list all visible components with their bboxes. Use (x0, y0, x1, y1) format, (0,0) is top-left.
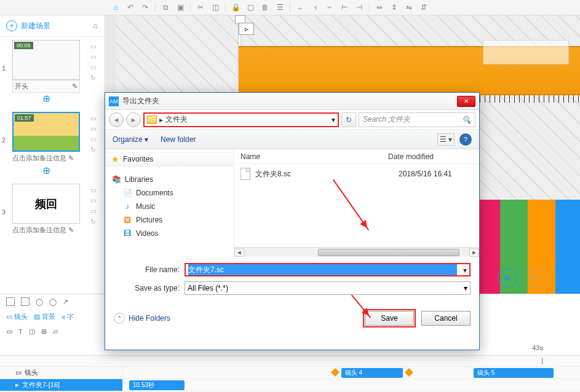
dropdown-icon[interactable]: ▾ (332, 116, 335, 124)
undo-icon[interactable]: ↶ (124, 1, 137, 14)
next-frame-button[interactable]: ▸│ (530, 268, 549, 288)
scene-item[interactable]: 2 01:57 ▭▭▭↻ 点击添加备注信息✎ ⊕ (3, 112, 101, 176)
new-scene-button[interactable]: + 新建场景 ♫ (0, 15, 104, 37)
dropdown-icon[interactable]: ▾ (463, 266, 467, 275)
horizontal-scrollbar[interactable]: ◄ ► (234, 247, 479, 257)
flip-v-icon[interactable]: ⇵ (417, 1, 431, 14)
annotation-arrow (333, 179, 369, 230)
distribute-h-icon[interactable]: ⇔ (373, 1, 386, 14)
tool-circle-icon[interactable]: ◯ (49, 298, 57, 306)
address-bar[interactable]: ▸ 文件夹 ▾ (143, 112, 339, 127)
scene-panel: + 新建场景 ♫ 1 00:09 ▭▭▭↻ 开头✎ ⊕ 2 01:57 ▭▭▭↻… (0, 15, 105, 294)
scene-label[interactable]: 开头✎ (12, 80, 80, 93)
paste-icon[interactable]: ▣ (173, 1, 187, 14)
view-mode-button[interactable]: ☰ ▾ (437, 133, 455, 146)
tool-icon[interactable]: T (18, 328, 23, 335)
scene-item[interactable]: 3 频回 ▭▭▭↻ 点击添加备注信息✎ (3, 184, 101, 237)
camera-tool[interactable]: ▭ 镜头 (6, 312, 28, 321)
scene-thumbnail[interactable]: 01:57 (12, 112, 80, 152)
filename-field[interactable] (188, 264, 457, 275)
savetype-select[interactable]: All Files (*.*) ▾ (185, 281, 471, 295)
scene-thumbnail[interactable]: 频回 (12, 184, 80, 224)
add-scene-icon[interactable]: ⊕ (12, 165, 80, 176)
align-top-icon[interactable]: ⫠ (293, 1, 307, 14)
timeline-clip[interactable]: 镜头 4 (341, 368, 403, 378)
sidebar-music[interactable]: ♪Music (105, 200, 234, 213)
dropdown-icon[interactable]: ▾ (464, 284, 467, 292)
tool-icon[interactable]: ▱ (53, 327, 58, 335)
track-label[interactable]: ▭ 镜头 (0, 367, 123, 378)
app-icon: AM (109, 96, 119, 106)
redo-icon[interactable]: ↷ (138, 1, 152, 14)
filename-input[interactable]: ▾ (185, 263, 471, 276)
hide-folders-toggle[interactable]: ˄ Hide Folders (114, 313, 170, 324)
scene-label[interactable]: 点击添加备注信息✎ (12, 152, 80, 165)
cut-icon[interactable]: ✂ (194, 1, 207, 14)
flip-h-icon[interactable]: ⇋ (402, 1, 416, 14)
distribute-v-icon[interactable]: ⇕ (387, 1, 401, 14)
scene-label[interactable]: 点击添加备注信息✎ (12, 224, 80, 237)
background-tool[interactable]: ▨ 背景 (34, 312, 55, 321)
sidebar-documents[interactable]: 📄Documents (105, 186, 234, 200)
tool-icon[interactable]: ◫ (29, 327, 35, 335)
timeline-clip[interactable]: 镜头 5 (474, 368, 554, 378)
align-bottom-icon[interactable]: ⫟ (323, 1, 336, 14)
tool-icon[interactable]: ⊞ (41, 327, 47, 335)
home-icon[interactable]: ⌂ (109, 1, 122, 14)
dialog-titlebar[interactable]: AM 导出文件夹 ✕ (105, 93, 479, 110)
forward-button[interactable]: ► (126, 112, 141, 127)
tool-circle-icon[interactable]: ◯ (36, 298, 43, 306)
refresh-button[interactable]: ↻ (341, 112, 356, 127)
dialog-footer: File name: ▾ Save as type: All Files (*.… (105, 257, 479, 306)
timeline-clip[interactable]: 10.53秒 (129, 380, 185, 390)
file-row[interactable]: 文件夹8.sc 2018/5/16 16:41 (234, 164, 479, 184)
scene-duration: 00:09 (14, 42, 33, 49)
column-name[interactable]: Name (234, 152, 388, 161)
column-date[interactable]: Date modified (388, 152, 479, 161)
text-tool[interactable]: ≡ 字 (62, 312, 74, 321)
lock-icon[interactable]: 🔒 (229, 1, 242, 14)
keyframe-icon[interactable] (331, 368, 340, 377)
new-folder-button[interactable]: New folder (161, 135, 196, 144)
scene-number: 2 (2, 136, 6, 144)
organize-menu[interactable]: Organize ▾ (113, 135, 148, 144)
new-scene-label: 新建场景 (21, 21, 50, 31)
tool-icon[interactable]: ▭ (6, 327, 12, 335)
save-button[interactable]: Save (365, 311, 414, 326)
tool-arrow-icon[interactable]: ↗ (63, 298, 68, 306)
scroll-left-icon[interactable]: ◄ (234, 248, 244, 257)
play-button[interactable]: ▶ (498, 268, 517, 288)
cancel-button[interactable]: Cancel (421, 311, 471, 326)
delete-icon[interactable]: 🗑 (258, 1, 272, 14)
search-icon: 🔍 (462, 116, 471, 124)
layers-icon[interactable]: ☰ (273, 1, 287, 14)
sidebar-libraries[interactable]: 📚Libraries (105, 173, 234, 186)
sidebar-videos[interactable]: 🎞Videos (105, 227, 234, 240)
add-scene-icon[interactable]: ⊕ (12, 93, 80, 104)
scroll-right-icon[interactable]: ► (469, 248, 479, 257)
filename-label: File name: (114, 265, 185, 274)
close-button[interactable]: ✕ (457, 96, 475, 107)
crop-icon[interactable]: ◫ (209, 1, 222, 14)
tool-square-icon[interactable] (21, 297, 30, 306)
back-button[interactable]: ◄ (109, 112, 124, 127)
scene-thumbnail[interactable]: 00:09 (12, 40, 80, 80)
play-controls: ▶ ▸│ (498, 268, 549, 288)
sidebar-pictures[interactable]: 🖼Pictures (105, 213, 234, 227)
dialog-actions: ˄ Hide Folders Save Cancel (105, 306, 479, 328)
align-middle-icon[interactable]: ⫞ (308, 1, 322, 14)
scene-item[interactable]: 1 00:09 ▭▭▭↻ 开头✎ ⊕ (3, 40, 101, 104)
music-note-icon[interactable]: ♫ (92, 22, 98, 30)
tool-square-icon[interactable] (6, 297, 15, 306)
align-center-icon[interactable]: ⊣ (352, 1, 366, 14)
track-label-active[interactable]: ▸ 文件夹7-[16] (0, 379, 123, 391)
help-button[interactable]: ? (459, 133, 472, 146)
column-headers[interactable]: Name Date modified (234, 149, 479, 164)
align-left-icon[interactable]: ⊢ (338, 1, 351, 14)
group-icon[interactable]: ▢ (244, 1, 257, 14)
keyframe-icon[interactable] (405, 368, 413, 377)
scrollbar-thumb[interactable] (318, 249, 459, 256)
sidebar-favorites[interactable]: ★Favorites (105, 152, 234, 167)
search-input[interactable]: Search 文件夹 🔍 (359, 112, 475, 127)
copy-icon[interactable]: ⧉ (159, 1, 172, 14)
